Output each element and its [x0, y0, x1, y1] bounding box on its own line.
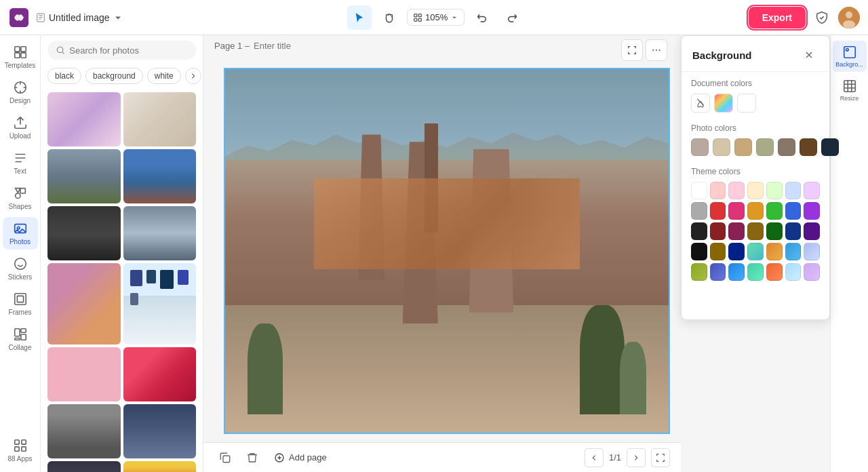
photo-color-4[interactable]	[778, 138, 795, 156]
theme-color[interactable]	[747, 182, 764, 199]
photo-color-2[interactable]	[734, 138, 752, 156]
theme-color[interactable]	[804, 222, 820, 240]
theme-color[interactable]	[710, 243, 726, 260]
photo-thumb[interactable]	[123, 263, 197, 345]
mini-panel-background[interactable]: Backgro...	[833, 41, 867, 72]
hand-tool[interactable]	[377, 5, 401, 30]
photo-thumb[interactable]	[47, 263, 121, 345]
photo-thumb[interactable]	[47, 404, 121, 458]
theme-color[interactable]	[747, 263, 764, 281]
photo-thumb[interactable]	[123, 206, 197, 260]
tag-background[interactable]: background	[85, 68, 143, 84]
theme-color[interactable]	[710, 263, 726, 281]
color-picker-btn[interactable]	[691, 94, 710, 113]
photo-thumb[interactable]	[47, 461, 121, 472]
sidebar-item-design[interactable]: Design	[3, 76, 38, 109]
canvas-page[interactable]	[224, 68, 670, 434]
white-swatch[interactable]	[737, 94, 756, 113]
sidebar-item-shapes[interactable]: Shapes	[3, 182, 38, 214]
redo-btn[interactable]	[500, 5, 524, 30]
next-page-btn[interactable]	[627, 448, 646, 467]
mini-panel-resize[interactable]: Resize	[833, 75, 867, 106]
photo-thumb[interactable]	[123, 92, 197, 146]
theme-color[interactable]	[785, 202, 802, 220]
photo-thumb[interactable]	[47, 347, 121, 401]
undo-btn[interactable]	[470, 5, 494, 30]
theme-color[interactable]	[804, 202, 820, 220]
theme-color[interactable]	[691, 182, 707, 199]
photo-thumb[interactable]	[47, 92, 121, 146]
sidebar-item-templates[interactable]: Templates	[3, 41, 38, 73]
logo[interactable]	[8, 7, 30, 28]
theme-color[interactable]	[785, 263, 802, 281]
theme-color[interactable]	[785, 222, 802, 240]
select-tool[interactable]	[347, 5, 372, 30]
delete-page-btn[interactable]	[241, 447, 263, 469]
bg-close-btn[interactable]	[800, 45, 818, 64]
tag-white[interactable]: white	[147, 68, 181, 84]
theme-color[interactable]	[804, 182, 820, 199]
theme-color[interactable]	[747, 222, 764, 240]
theme-color[interactable]	[766, 222, 783, 240]
photo-thumb[interactable]	[47, 206, 121, 260]
export-button[interactable]: Export	[749, 7, 806, 28]
photo-thumb[interactable]	[123, 404, 197, 458]
shield-icon[interactable]	[811, 7, 833, 28]
theme-color[interactable]	[691, 243, 707, 260]
bg-panel-title: Background	[692, 50, 752, 61]
photo-color-1[interactable]	[713, 138, 730, 156]
theme-color[interactable]	[747, 243, 764, 260]
theme-color[interactable]	[728, 243, 745, 260]
sidebar-item-collage[interactable]: Collage	[3, 323, 38, 355]
theme-color[interactable]	[804, 263, 820, 281]
search-box[interactable]	[47, 41, 196, 60]
theme-color[interactable]	[766, 182, 783, 199]
photo-color-6[interactable]	[821, 138, 839, 156]
theme-color[interactable]	[691, 202, 707, 220]
sidebar-item-upload[interactable]: Upload	[3, 111, 38, 144]
theme-color[interactable]	[728, 182, 745, 199]
theme-color[interactable]	[728, 222, 745, 240]
fullscreen-btn[interactable]	[651, 448, 670, 467]
photo-thumb[interactable]	[47, 149, 121, 203]
sidebar-item-frames[interactable]: Frames	[3, 288, 38, 320]
theme-color[interactable]	[766, 202, 783, 220]
theme-color[interactable]	[766, 263, 783, 281]
theme-color[interactable]	[691, 263, 707, 281]
duplicate-page-btn[interactable]	[214, 447, 236, 469]
avatar[interactable]	[838, 7, 860, 28]
theme-color[interactable]	[710, 222, 726, 240]
theme-color[interactable]	[691, 222, 707, 240]
add-page-btn[interactable]: Add page	[269, 450, 332, 466]
search-input[interactable]	[69, 45, 188, 56]
theme-color[interactable]	[728, 202, 745, 220]
theme-color[interactable]	[766, 243, 783, 260]
photo-thumb[interactable]	[123, 149, 197, 203]
theme-color[interactable]	[710, 182, 726, 199]
photo-thumb[interactable]	[123, 347, 197, 401]
theme-colors-title: Theme colors	[691, 167, 820, 176]
theme-color[interactable]	[785, 182, 802, 199]
photo-thumb[interactable]	[123, 461, 197, 472]
theme-color[interactable]	[728, 263, 745, 281]
theme-color[interactable]	[747, 202, 764, 220]
sidebar-item-stickers[interactable]: Stickers	[3, 252, 38, 285]
photo-color-5[interactable]	[800, 138, 817, 156]
photo-color-3[interactable]	[756, 138, 774, 156]
theme-color[interactable]	[804, 243, 820, 260]
tag-scroll-right[interactable]	[185, 68, 201, 84]
sidebar-item-text[interactable]: Text	[3, 146, 38, 179]
zoom-control[interactable]: 105%	[407, 9, 465, 26]
sidebar-item-apps[interactable]: 88 Apps	[3, 434, 38, 467]
fit-page-btn[interactable]	[621, 39, 643, 61]
doc-title[interactable]: Untitled image	[35, 12, 123, 23]
more-options-btn[interactable]	[646, 39, 667, 61]
photo-color-0[interactable]	[691, 138, 709, 156]
tag-black[interactable]: black	[47, 68, 81, 84]
sidebar-item-photos[interactable]: Photos	[3, 217, 38, 250]
theme-color[interactable]	[785, 243, 802, 260]
prev-page-btn[interactable]	[585, 448, 604, 467]
gradient-swatch[interactable]	[714, 94, 733, 113]
page-title-input[interactable]	[254, 41, 368, 51]
theme-color[interactable]	[710, 202, 726, 220]
